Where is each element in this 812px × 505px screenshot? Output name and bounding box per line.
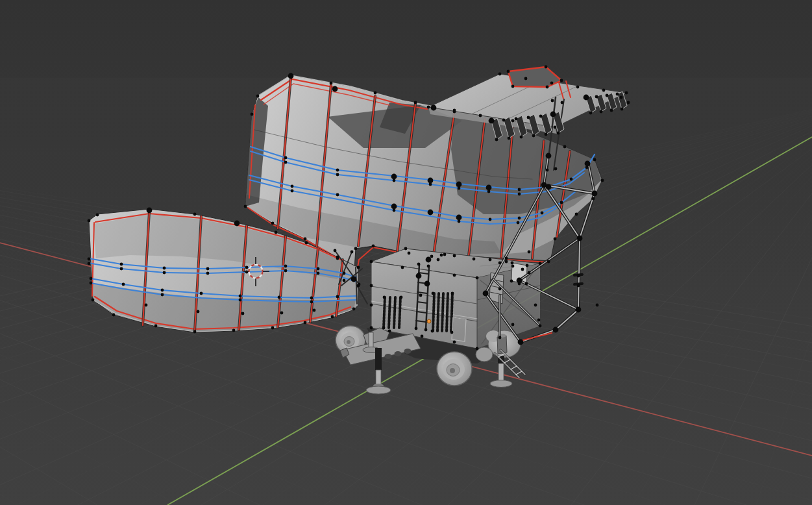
- viewport-canvas[interactable]: [0, 0, 812, 505]
- object-origin-icon: [427, 319, 431, 323]
- blender-3d-viewport-window[interactable]: [0, 0, 812, 505]
